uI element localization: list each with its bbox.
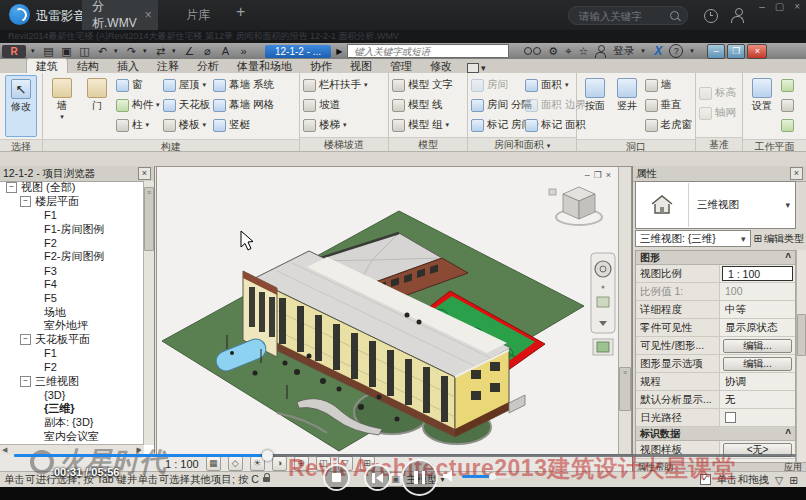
tab-manage[interactable]: 管理 — [381, 59, 421, 73]
maximize-button[interactable]: ▢ — [775, 1, 784, 12]
level-button[interactable]: 标高 — [699, 83, 736, 103]
volume-track[interactable] — [462, 475, 510, 478]
collapse-icon[interactable]: ^ — [785, 252, 791, 263]
tab-insert[interactable]: 插入 — [108, 59, 148, 73]
tree-item-f4[interactable]: F4 — [0, 278, 144, 292]
tab-view[interactable]: 视图 — [341, 59, 381, 73]
favorites-star-icon[interactable]: ☆ — [578, 45, 588, 58]
communication-center-icon[interactable]: ⌖ — [565, 45, 571, 58]
user-account-icon[interactable] — [731, 8, 744, 22]
revit-minimize-button[interactable]: – — [707, 44, 725, 59]
player-search-input[interactable] — [577, 9, 664, 23]
seek-bar[interactable] — [0, 449, 806, 461]
close-button[interactable]: × — [794, 1, 800, 12]
prop-row-analysis-display[interactable]: 默认分析显示...无 — [636, 391, 795, 409]
text-tool-icon[interactable]: A — [219, 44, 232, 58]
infocenter-search-box[interactable] — [347, 44, 509, 58]
tab-library[interactable]: 片库 — [160, 0, 236, 30]
sign-in-label[interactable]: 登录 — [613, 44, 634, 58]
redo-icon[interactable]: ↷ — [125, 44, 138, 58]
tree-item-3d[interactable]: {3D} — [0, 388, 144, 402]
print-icon[interactable]: ◫ — [78, 44, 91, 58]
tree-item-3d-active[interactable]: {三维} — [0, 402, 144, 416]
edit-button[interactable]: 编辑... — [723, 339, 792, 353]
minimize-button[interactable]: – — [759, 1, 765, 12]
infocenter-search-input[interactable] — [352, 45, 504, 58]
player-search-box[interactable] — [568, 6, 688, 25]
viewer-button[interactable] — [781, 115, 794, 135]
tab-modify[interactable]: 修改 — [421, 59, 461, 73]
scrollbar-thumb[interactable]: ≡ — [144, 187, 154, 251]
subscription-icon[interactable]: ⚙ — [548, 45, 558, 58]
model-text-button[interactable]: 模型 文字 — [392, 75, 453, 95]
canvas-vertical-scrollbar[interactable]: ≡ — [618, 167, 631, 454]
save-icon[interactable]: ▣ — [60, 44, 73, 58]
panel-room-area-label[interactable]: 房间和面积 ▾ — [468, 137, 576, 151]
help-icon[interactable]: ? — [669, 44, 683, 58]
wall-opening-button[interactable]: 墙 — [645, 75, 693, 95]
prop-value[interactable]: 协调 — [720, 373, 795, 390]
tree-item-copy-3d[interactable]: 副本: {3D} — [0, 416, 144, 430]
view-close-icon[interactable]: × — [606, 170, 615, 180]
collapse-icon[interactable]: − — [20, 196, 31, 207]
properties-header[interactable]: 属性 × — [633, 166, 806, 182]
prop-row-view-scale[interactable]: 视图比例1 : 100 — [636, 265, 795, 283]
model-line-button[interactable]: 模型 线 — [392, 95, 453, 115]
pause-button[interactable] — [401, 459, 438, 496]
viewcube[interactable] — [549, 187, 602, 225]
collapse-icon[interactable]: ^ — [785, 428, 791, 439]
prop-value[interactable]: 无 — [720, 391, 795, 408]
tree-item-f2-room-legend[interactable]: F2-房间图例 — [0, 250, 144, 264]
tab-annotate[interactable]: 注释 — [148, 59, 188, 73]
dormer-button[interactable]: 老虎窗 — [645, 115, 693, 135]
tree-item-meeting-room[interactable]: 室内会议室 — [0, 429, 144, 443]
ref-plane-button[interactable] — [781, 95, 794, 115]
zoom-control[interactable] — [593, 339, 613, 355]
wall-button[interactable]: 墙▾ — [46, 75, 78, 137]
switch-windows-icon[interactable]: ⇄ — [154, 44, 167, 58]
ribbon-state-toggle[interactable]: ▾ — [467, 63, 486, 73]
tree-item-site[interactable]: 场地 — [0, 305, 144, 319]
window-button[interactable]: 窗 — [116, 75, 160, 95]
show-workplane-button[interactable] — [781, 75, 794, 95]
project-browser-header[interactable]: 12-1-2 - 项目浏览器 × — [0, 166, 154, 182]
measure-icon[interactable]: ∠ — [183, 44, 196, 58]
tree-item-f1-room-legend[interactable]: F1-房间图例 — [0, 222, 144, 236]
scrollbar-thumb[interactable]: ≡ — [619, 367, 631, 411]
undo-dropdown-icon[interactable]: ▾ — [114, 47, 120, 55]
sun-path-checkbox[interactable] — [725, 412, 736, 423]
tab-structure[interactable]: 结构 — [68, 59, 108, 73]
previous-button[interactable] — [364, 464, 391, 491]
redo-dropdown-icon[interactable]: ▾ — [143, 47, 149, 55]
opening-by-face-button[interactable]: 按面 — [580, 75, 609, 137]
video-frame[interactable]: Revit2014最新住宅楼 (A)Revit2014大最新住宅楼 第12章 房… — [0, 30, 806, 487]
properties-vertical-scrollbar[interactable] — [796, 250, 806, 463]
column-button[interactable]: 柱▾ — [116, 115, 160, 135]
tree-item-ceiling-f1[interactable]: F1 — [0, 347, 144, 361]
close-icon[interactable]: × — [790, 167, 803, 180]
more-tools-icon[interactable]: » — [237, 44, 250, 58]
tree-item-f2[interactable]: F2 — [0, 236, 144, 250]
search-binoculars-icon[interactable] — [524, 47, 541, 55]
drawing-area[interactable]: –❐× ≡ — [156, 166, 632, 455]
exchange-apps-icon[interactable]: X — [654, 44, 662, 58]
navigation-bar[interactable] — [591, 253, 615, 333]
selection-count-icon[interactable]: ⊞ — [789, 474, 798, 486]
prop-row-detail-level[interactable]: 详细程度中等 — [636, 301, 795, 319]
tab-collaborate[interactable]: 协作 — [301, 59, 341, 73]
prop-value[interactable]: 中等 — [720, 301, 795, 318]
chevron-down-icon[interactable]: ▾ — [785, 200, 795, 210]
curtain-grid-button[interactable]: 幕墙 网格 — [213, 95, 274, 115]
view-restore-icon[interactable]: ❐ — [594, 170, 606, 180]
tab-massing-site[interactable]: 体量和场地 — [228, 59, 301, 73]
open-icon[interactable]: ▤ — [42, 44, 55, 58]
undo-icon[interactable]: ↶ — [96, 44, 109, 58]
tab-analyze[interactable]: 分析 — [188, 59, 228, 73]
view-minimize-icon[interactable]: – — [585, 170, 594, 180]
history-clock-icon[interactable] — [704, 9, 718, 23]
model-group-button[interactable]: 模型 组▾ — [392, 115, 453, 135]
collapse-icon[interactable]: − — [20, 334, 31, 345]
close-icon[interactable]: × — [138, 167, 151, 180]
curtain-system-button[interactable]: 幕墙 系统 — [213, 75, 274, 95]
stop-button[interactable] — [323, 464, 350, 491]
